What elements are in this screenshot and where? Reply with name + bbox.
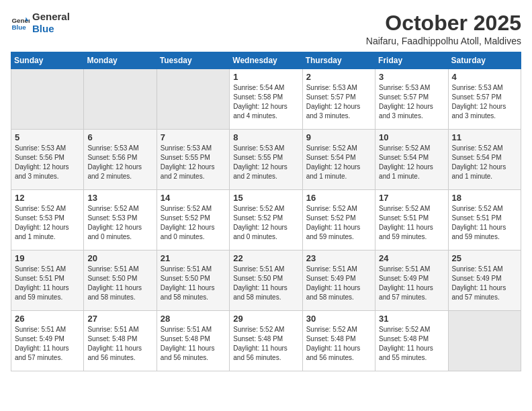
day-info: Sunrise: 5:52 AM Sunset: 5:53 PM Dayligh…	[15, 204, 80, 242]
day-info: Sunrise: 5:52 AM Sunset: 5:48 PM Dayligh…	[379, 325, 444, 363]
calendar-cell: 8Sunrise: 5:53 AM Sunset: 5:55 PM Daylig…	[230, 130, 302, 190]
day-number: 10	[379, 132, 444, 142]
calendar-week-row: 19Sunrise: 5:51 AM Sunset: 5:51 PM Dayli…	[11, 250, 521, 311]
day-info: Sunrise: 5:52 AM Sunset: 5:51 PM Dayligh…	[379, 204, 444, 242]
day-info: Sunrise: 5:51 AM Sunset: 5:50 PM Dayligh…	[87, 265, 152, 302]
calendar-cell: 23Sunrise: 5:51 AM Sunset: 5:49 PM Dayli…	[302, 250, 375, 311]
calendar-cell: 19Sunrise: 5:51 AM Sunset: 5:51 PM Dayli…	[11, 250, 84, 311]
calendar-week-row: 12Sunrise: 5:52 AM Sunset: 5:53 PM Dayli…	[11, 190, 521, 250]
logo-text: General Blue	[32, 11, 70, 35]
day-number: 21	[161, 253, 226, 263]
day-info: Sunrise: 5:52 AM Sunset: 5:52 PM Dayligh…	[306, 204, 371, 242]
calendar-cell: 29Sunrise: 5:52 AM Sunset: 5:48 PM Dayli…	[230, 311, 302, 371]
calendar-cell: 13Sunrise: 5:52 AM Sunset: 5:53 PM Dayli…	[84, 190, 157, 250]
calendar-cell: 1Sunrise: 5:54 AM Sunset: 5:58 PM Daylig…	[230, 69, 302, 130]
calendar-cell: 24Sunrise: 5:51 AM Sunset: 5:49 PM Dayli…	[375, 250, 448, 311]
calendar-week-row: 5Sunrise: 5:53 AM Sunset: 5:56 PM Daylig…	[11, 130, 521, 190]
day-number: 1	[233, 72, 298, 82]
calendar-cell: 22Sunrise: 5:51 AM Sunset: 5:50 PM Dayli…	[230, 250, 302, 311]
calendar-cell: 26Sunrise: 5:51 AM Sunset: 5:49 PM Dayli…	[11, 311, 84, 371]
calendar-cell	[448, 311, 521, 371]
day-number: 12	[15, 193, 80, 203]
day-number: 9	[306, 132, 371, 142]
day-info: Sunrise: 5:51 AM Sunset: 5:51 PM Dayligh…	[15, 265, 80, 302]
day-info: Sunrise: 5:52 AM Sunset: 5:52 PM Dayligh…	[161, 204, 226, 242]
calendar-cell: 17Sunrise: 5:52 AM Sunset: 5:51 PM Dayli…	[375, 190, 448, 250]
day-info: Sunrise: 5:51 AM Sunset: 5:48 PM Dayligh…	[161, 325, 226, 363]
day-info: Sunrise: 5:51 AM Sunset: 5:49 PM Dayligh…	[15, 325, 80, 363]
day-number: 26	[15, 314, 80, 324]
calendar-cell: 18Sunrise: 5:52 AM Sunset: 5:51 PM Dayli…	[448, 190, 521, 250]
day-number: 22	[233, 253, 298, 263]
calendar-table: SundayMondayTuesdayWednesdayThursdayFrid…	[11, 52, 521, 371]
logo-line2: Blue	[32, 23, 70, 35]
day-number: 20	[87, 253, 152, 263]
day-number: 11	[452, 132, 517, 142]
weekday-header: Thursday	[302, 52, 375, 69]
calendar-cell	[157, 69, 229, 130]
calendar-cell	[11, 69, 84, 130]
day-info: Sunrise: 5:51 AM Sunset: 5:48 PM Dayligh…	[87, 325, 152, 363]
day-info: Sunrise: 5:52 AM Sunset: 5:52 PM Dayligh…	[233, 204, 298, 242]
day-info: Sunrise: 5:51 AM Sunset: 5:49 PM Dayligh…	[452, 265, 517, 302]
day-info: Sunrise: 5:51 AM Sunset: 5:49 PM Dayligh…	[306, 265, 371, 302]
weekday-header: Monday	[84, 52, 157, 69]
calendar-cell: 28Sunrise: 5:51 AM Sunset: 5:48 PM Dayli…	[157, 311, 229, 371]
day-number: 15	[233, 193, 298, 203]
day-info: Sunrise: 5:52 AM Sunset: 5:54 PM Dayligh…	[379, 144, 444, 181]
day-info: Sunrise: 5:51 AM Sunset: 5:49 PM Dayligh…	[379, 265, 444, 302]
calendar-cell: 11Sunrise: 5:52 AM Sunset: 5:54 PM Dayli…	[448, 130, 521, 190]
day-number: 25	[452, 253, 517, 263]
day-number: 14	[161, 193, 226, 203]
day-info: Sunrise: 5:53 AM Sunset: 5:55 PM Dayligh…	[161, 144, 226, 181]
logo: General Blue General Blue	[11, 11, 70, 35]
day-number: 31	[379, 314, 444, 324]
calendar-cell: 3Sunrise: 5:53 AM Sunset: 5:57 PM Daylig…	[375, 69, 448, 130]
calendar-subtitle: Naifaru, Faadhippolhu Atoll, Maldives	[366, 36, 521, 46]
calendar-cell: 10Sunrise: 5:52 AM Sunset: 5:54 PM Dayli…	[375, 130, 448, 190]
day-number: 29	[233, 314, 298, 324]
day-number: 16	[306, 193, 371, 203]
day-info: Sunrise: 5:53 AM Sunset: 5:57 PM Dayligh…	[452, 83, 517, 121]
title-block: October 2025 Naifaru, Faadhippolhu Atoll…	[366, 11, 521, 46]
calendar-cell: 30Sunrise: 5:52 AM Sunset: 5:48 PM Dayli…	[302, 311, 375, 371]
calendar-cell: 25Sunrise: 5:51 AM Sunset: 5:49 PM Dayli…	[448, 250, 521, 311]
calendar-cell: 14Sunrise: 5:52 AM Sunset: 5:52 PM Dayli…	[157, 190, 229, 250]
logo-line1: General	[32, 11, 70, 23]
day-info: Sunrise: 5:52 AM Sunset: 5:48 PM Dayligh…	[233, 325, 298, 363]
day-info: Sunrise: 5:51 AM Sunset: 5:50 PM Dayligh…	[161, 265, 226, 302]
day-number: 28	[161, 314, 226, 324]
calendar-cell: 2Sunrise: 5:53 AM Sunset: 5:57 PM Daylig…	[302, 69, 375, 130]
weekday-header: Wednesday	[230, 52, 302, 69]
calendar-cell: 27Sunrise: 5:51 AM Sunset: 5:48 PM Dayli…	[84, 311, 157, 371]
calendar-cell: 9Sunrise: 5:52 AM Sunset: 5:54 PM Daylig…	[302, 130, 375, 190]
calendar-cell: 15Sunrise: 5:52 AM Sunset: 5:52 PM Dayli…	[230, 190, 302, 250]
day-number: 6	[87, 132, 152, 142]
calendar-week-row: 26Sunrise: 5:51 AM Sunset: 5:49 PM Dayli…	[11, 311, 521, 371]
day-info: Sunrise: 5:52 AM Sunset: 5:53 PM Dayligh…	[87, 204, 152, 242]
day-info: Sunrise: 5:53 AM Sunset: 5:55 PM Dayligh…	[233, 144, 298, 181]
day-number: 30	[306, 314, 371, 324]
day-number: 24	[379, 253, 444, 263]
calendar-cell: 6Sunrise: 5:53 AM Sunset: 5:56 PM Daylig…	[84, 130, 157, 190]
day-info: Sunrise: 5:52 AM Sunset: 5:54 PM Dayligh…	[306, 144, 371, 181]
day-number: 7	[161, 132, 226, 142]
day-number: 17	[379, 193, 444, 203]
calendar-cell: 31Sunrise: 5:52 AM Sunset: 5:48 PM Dayli…	[375, 311, 448, 371]
weekday-header: Tuesday	[157, 52, 229, 69]
calendar-cell: 4Sunrise: 5:53 AM Sunset: 5:57 PM Daylig…	[448, 69, 521, 130]
day-number: 4	[452, 72, 517, 82]
day-info: Sunrise: 5:54 AM Sunset: 5:58 PM Dayligh…	[233, 83, 298, 121]
calendar-week-row: 1Sunrise: 5:54 AM Sunset: 5:58 PM Daylig…	[11, 69, 521, 130]
calendar-cell: 7Sunrise: 5:53 AM Sunset: 5:55 PM Daylig…	[157, 130, 229, 190]
day-number: 18	[452, 193, 517, 203]
day-info: Sunrise: 5:52 AM Sunset: 5:51 PM Dayligh…	[452, 204, 517, 242]
day-number: 23	[306, 253, 371, 263]
day-number: 3	[379, 72, 444, 82]
weekday-header: Sunday	[11, 52, 84, 69]
calendar-cell: 5Sunrise: 5:53 AM Sunset: 5:56 PM Daylig…	[11, 130, 84, 190]
calendar-title: October 2025	[366, 11, 521, 36]
calendar-cell: 20Sunrise: 5:51 AM Sunset: 5:50 PM Dayli…	[84, 250, 157, 311]
calendar-cell: 16Sunrise: 5:52 AM Sunset: 5:52 PM Dayli…	[302, 190, 375, 250]
weekday-header-row: SundayMondayTuesdayWednesdayThursdayFrid…	[11, 52, 521, 69]
